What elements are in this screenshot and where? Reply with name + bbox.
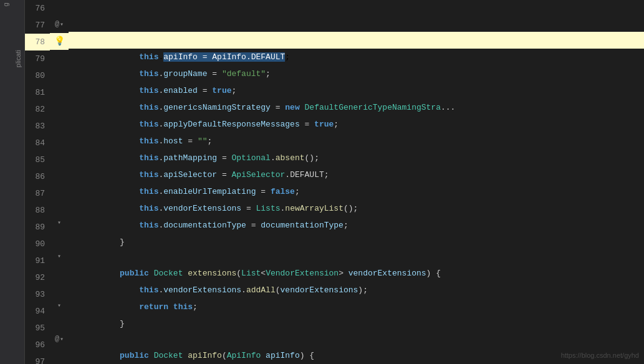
line-numbers-col: 76 77 78 79 80 81 82 83 84 85 86 87 88 8…	[25, 0, 50, 364]
gutter-76	[50, 0, 69, 16]
code-line-80: this.enabled = true;	[69, 65, 644, 82]
line-num-94: 94	[25, 303, 50, 320]
line-num-91: 91	[25, 252, 50, 269]
code-line-86: this.enableUrlTemplating = false;	[69, 166, 644, 183]
line-num-84: 84	[25, 135, 50, 151]
code-line-89: }	[69, 217, 644, 234]
code-line-94: }	[69, 299, 644, 315]
annotation-icon-77: @	[55, 16, 59, 33]
gutter-92	[50, 265, 69, 281]
code-line-96: public Docket apiInfo(ApiInfo apiInfo) {	[69, 330, 644, 347]
code-line-92: this.vendorExtensions.addAll(vendorExten…	[69, 265, 644, 282]
gutter-77[interactable]: @ ▾	[50, 16, 69, 33]
line-num-78: 78	[25, 34, 50, 50]
line-num-86: 86	[25, 168, 50, 185]
gutter-79	[50, 50, 69, 66]
gutter-83	[50, 116, 69, 132]
sidebar-label-g: g	[2, 2, 9, 6]
line-num-76: 76	[25, 0, 50, 17]
gutter-88	[50, 198, 69, 214]
code-line-79: this.groupName = "default";	[69, 49, 644, 65]
line-num-96: 96	[25, 337, 50, 353]
gutter-86	[50, 165, 69, 181]
annotation-icon-96: @	[55, 331, 59, 348]
fold-icon-91[interactable]: ▾	[57, 248, 61, 265]
left-sidebar-appli: plicati	[11, 0, 25, 364]
line-num-77: 77	[25, 17, 50, 34]
line-num-85: 85	[25, 151, 50, 168]
gutter-95	[50, 314, 69, 330]
gutter-87	[50, 181, 69, 198]
line-num-93: 93	[25, 286, 50, 303]
line-num-89: 89	[25, 219, 50, 236]
gutter-90	[50, 231, 69, 247]
gutter-91[interactable]: ▾	[50, 248, 69, 265]
gutter-96[interactable]: @ ▾	[50, 331, 69, 348]
line-num-97: 97	[25, 353, 50, 364]
code-line-87: this.vendorExtensions = Lists.newArrayLi…	[69, 183, 644, 200]
code-line-83: this.host = "";	[69, 116, 644, 133]
line-num-90: 90	[25, 236, 50, 252]
line-num-92: 92	[25, 269, 50, 286]
code-line-93: return this;	[69, 282, 644, 299]
gutter-col: @ ▾ 💡 ▾ ▾ ▾ @ ▾	[50, 0, 69, 364]
fold-icon-77[interactable]: ▾	[60, 16, 64, 33]
code-line-77: public Docket(DocumentationType document…	[69, 15, 644, 32]
gutter-81	[50, 83, 69, 99]
code-line-91: public Docket extensions(List<VendorExte…	[69, 248, 644, 265]
code-line-88: this.documentationType = documentationTy…	[69, 200, 644, 217]
editor-container: g plicati 76 77 78 79 80 81 82 83 84 85 …	[0, 0, 644, 364]
sidebar-label-plicati: plicati	[14, 50, 22, 67]
code-line-97: this.apiInfo = (ApiInfo)BuilderDefaults.…	[69, 347, 644, 364]
gutter-94[interactable]: ▾	[50, 297, 69, 314]
line-num-79: 79	[25, 50, 50, 67]
gutter-82	[50, 100, 69, 116]
line-num-95: 95	[25, 320, 50, 337]
code-line-82: this.applyDefaultResponseMessages = true…	[69, 99, 644, 116]
line-num-87: 87	[25, 185, 50, 202]
left-sidebar-g: g	[0, 0, 11, 364]
code-line-95	[69, 315, 644, 330]
line-num-82: 82	[25, 101, 50, 118]
code-area[interactable]: public Docket(DocumentationType document…	[69, 0, 644, 364]
gutter-93	[50, 281, 69, 297]
gutter-97	[50, 348, 69, 364]
fold-icon-96[interactable]: ▾	[60, 331, 64, 348]
code-line-85: this.apiSelector = ApiSelector.DEFAULT;	[69, 150, 644, 166]
line-num-83: 83	[25, 118, 50, 135]
gutter-85	[50, 149, 69, 165]
line-num-81: 81	[25, 84, 50, 101]
gutter-84	[50, 132, 69, 148]
gutter-78: 💡	[50, 33, 69, 50]
gutter-80	[50, 67, 69, 83]
line-num-88: 88	[25, 202, 50, 219]
code-line-84: this.pathMapping = Optional.absent();	[69, 133, 644, 150]
gutter-89[interactable]: ▾	[50, 214, 69, 231]
bulb-icon-78[interactable]: 💡	[54, 33, 65, 50]
code-line-81: this.genericsNamingStrategy = new Defaul…	[69, 82, 644, 99]
line-num-80: 80	[25, 67, 50, 84]
code-line-76	[69, 0, 644, 15]
fold-icon-89[interactable]: ▾	[57, 214, 61, 231]
code-line-78: this.apiInfo = ApiInfo.DEFAULT;	[69, 32, 644, 49]
fold-icon-94[interactable]: ▾	[57, 297, 61, 314]
watermark: https://blog.csdn.net/gyhd	[561, 352, 639, 359]
code-line-90	[69, 234, 644, 249]
